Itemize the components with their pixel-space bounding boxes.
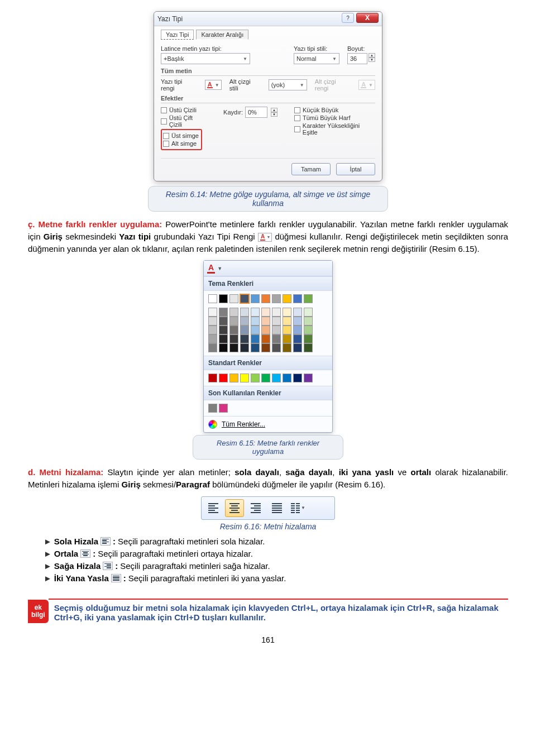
color-swatch[interactable] bbox=[293, 374, 302, 382]
check-superscript[interactable]: Üst simge bbox=[163, 132, 199, 139]
color-swatch[interactable] bbox=[293, 343, 302, 352]
color-swatch[interactable] bbox=[261, 294, 270, 303]
color-swatch[interactable] bbox=[240, 326, 249, 334]
color-swatch[interactable] bbox=[219, 334, 228, 343]
color-swatch[interactable] bbox=[304, 374, 313, 382]
color-swatch[interactable] bbox=[272, 317, 281, 326]
color-swatch[interactable] bbox=[251, 334, 260, 343]
font-size-spinner[interactable]: ▲▼ bbox=[368, 53, 375, 64]
check-double-strike[interactable]: Üstü Çift Çizili bbox=[161, 114, 207, 128]
color-swatch[interactable] bbox=[240, 374, 249, 382]
color-swatch[interactable] bbox=[229, 374, 238, 382]
close-button[interactable]: X bbox=[356, 13, 379, 23]
color-swatch[interactable] bbox=[251, 317, 260, 326]
color-swatch[interactable] bbox=[261, 343, 270, 352]
color-swatch[interactable] bbox=[240, 343, 249, 352]
color-swatch[interactable] bbox=[229, 334, 238, 343]
color-swatch[interactable] bbox=[283, 294, 291, 303]
color-swatch[interactable] bbox=[293, 334, 302, 343]
check-all-caps[interactable]: Tümü Büyük Harf bbox=[294, 114, 375, 121]
font-size-input[interactable]: 36 bbox=[347, 53, 367, 64]
color-swatch[interactable] bbox=[251, 343, 260, 352]
color-swatch[interactable] bbox=[219, 343, 228, 352]
tab-font[interactable]: Yazı Tipi bbox=[161, 30, 194, 40]
color-swatch[interactable] bbox=[208, 317, 217, 326]
color-swatch[interactable] bbox=[272, 334, 281, 343]
latin-font-combo[interactable]: +Başlık ▼ bbox=[161, 53, 250, 64]
offset-input[interactable]: 0% bbox=[245, 107, 267, 118]
color-swatch[interactable] bbox=[283, 374, 291, 382]
color-swatch[interactable] bbox=[304, 294, 313, 303]
align-right-button[interactable] bbox=[246, 499, 265, 517]
align-left-button[interactable] bbox=[204, 499, 223, 517]
color-swatch[interactable] bbox=[219, 374, 228, 382]
check-strikethrough[interactable]: Üstü Çizili bbox=[161, 107, 207, 113]
offset-spinner[interactable]: ▲▼ bbox=[271, 108, 277, 117]
color-swatch[interactable] bbox=[219, 308, 228, 317]
color-swatch[interactable] bbox=[219, 294, 228, 303]
color-swatch[interactable] bbox=[240, 334, 249, 343]
color-swatch[interactable] bbox=[251, 374, 260, 382]
font-color-picker[interactable]: A ▼ bbox=[205, 80, 222, 90]
check-small-caps[interactable]: Küçük Büyük bbox=[294, 107, 375, 113]
ok-button[interactable]: Tamam bbox=[291, 163, 331, 175]
columns-button[interactable]: ▼ bbox=[289, 499, 308, 517]
color-swatch[interactable] bbox=[293, 326, 302, 334]
help-button[interactable]: ? bbox=[342, 13, 354, 23]
color-swatch[interactable] bbox=[208, 326, 217, 334]
more-colors-item[interactable]: Tüm Renkler... bbox=[204, 416, 332, 432]
color-swatch[interactable] bbox=[283, 326, 291, 334]
color-swatch[interactable] bbox=[304, 334, 313, 343]
align-justify-button[interactable] bbox=[267, 499, 286, 517]
color-swatch[interactable] bbox=[272, 308, 281, 317]
check-equalize-height[interactable]: Karakter Yüksekliğini Eşitle bbox=[294, 122, 375, 136]
palette-trigger[interactable]: A ▼ bbox=[204, 261, 332, 276]
color-swatch[interactable] bbox=[293, 294, 302, 303]
color-swatch[interactable] bbox=[283, 334, 291, 343]
color-swatch[interactable] bbox=[261, 317, 270, 326]
color-swatch[interactable] bbox=[219, 326, 228, 334]
tab-spacing[interactable]: Karakter Aralığı bbox=[196, 30, 248, 40]
color-swatch[interactable] bbox=[272, 326, 281, 334]
color-swatch[interactable] bbox=[261, 374, 270, 382]
color-swatch[interactable] bbox=[240, 308, 249, 317]
cancel-button[interactable]: İptal bbox=[336, 163, 375, 175]
color-swatch[interactable] bbox=[283, 308, 291, 317]
color-swatch[interactable] bbox=[240, 294, 249, 303]
color-swatch[interactable] bbox=[219, 317, 228, 326]
color-swatch[interactable] bbox=[251, 308, 260, 317]
align-center-button[interactable] bbox=[225, 499, 244, 517]
color-swatch[interactable] bbox=[219, 404, 228, 413]
color-swatch[interactable] bbox=[304, 308, 313, 317]
color-swatch[interactable] bbox=[229, 317, 238, 326]
color-swatch[interactable] bbox=[283, 317, 291, 326]
color-swatch[interactable] bbox=[229, 326, 238, 334]
color-swatch[interactable] bbox=[304, 343, 313, 352]
color-swatch[interactable] bbox=[208, 294, 217, 303]
color-swatch[interactable] bbox=[229, 308, 238, 317]
underline-style-combo[interactable]: (yok) ▼ bbox=[269, 79, 307, 90]
color-swatch[interactable] bbox=[208, 343, 217, 352]
color-swatch[interactable] bbox=[272, 374, 281, 382]
color-swatch[interactable] bbox=[261, 326, 270, 334]
check-subscript[interactable]: Alt simge bbox=[163, 140, 199, 147]
color-swatch[interactable] bbox=[208, 334, 217, 343]
color-swatch[interactable] bbox=[251, 294, 260, 303]
color-swatch[interactable] bbox=[208, 404, 217, 413]
color-swatch[interactable] bbox=[304, 317, 313, 326]
color-swatch[interactable] bbox=[208, 374, 217, 382]
color-swatch[interactable] bbox=[251, 326, 260, 334]
color-swatch[interactable] bbox=[283, 343, 291, 352]
color-swatch[interactable] bbox=[272, 294, 281, 303]
color-swatch[interactable] bbox=[293, 317, 302, 326]
color-swatch[interactable] bbox=[229, 294, 238, 303]
color-swatch[interactable] bbox=[208, 308, 217, 317]
color-swatch[interactable] bbox=[304, 326, 313, 334]
color-swatch[interactable] bbox=[261, 334, 270, 343]
color-swatch[interactable] bbox=[229, 343, 238, 352]
color-swatch[interactable] bbox=[293, 308, 302, 317]
color-swatch[interactable] bbox=[261, 308, 270, 317]
color-swatch[interactable] bbox=[240, 317, 249, 326]
color-swatch[interactable] bbox=[272, 343, 281, 352]
font-style-combo[interactable]: Normal ▼ bbox=[294, 53, 339, 64]
